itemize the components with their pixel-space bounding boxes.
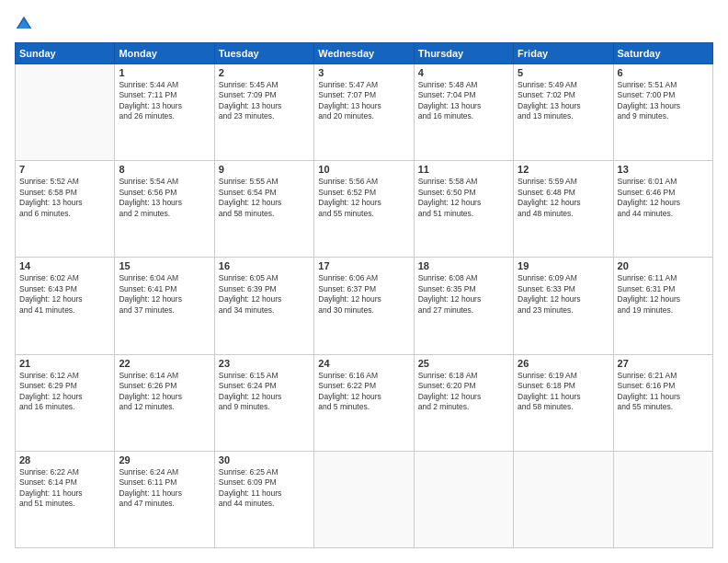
calendar-cell: 6Sunrise: 5:51 AM Sunset: 7:00 PM Daylig… [613, 64, 712, 161]
day-info: Sunrise: 5:54 AM Sunset: 6:56 PM Dayligh… [119, 177, 210, 219]
weekday-header-tuesday: Tuesday [214, 43, 313, 64]
day-info: Sunrise: 6:01 AM Sunset: 6:46 PM Dayligh… [618, 177, 709, 219]
day-info: Sunrise: 6:05 AM Sunset: 6:39 PM Dayligh… [219, 273, 310, 316]
day-number: 19 [518, 260, 609, 271]
weekday-header-monday: Monday [115, 43, 214, 64]
calendar-cell: 7Sunrise: 5:52 AM Sunset: 6:58 PM Daylig… [16, 161, 115, 258]
day-info: Sunrise: 5:44 AM Sunset: 7:11 PM Dayligh… [119, 80, 210, 122]
weekday-header-row: SundayMondayTuesdayWednesdayThursdayFrid… [16, 43, 713, 64]
day-number: 26 [518, 358, 609, 369]
calendar-cell: 25Sunrise: 6:18 AM Sunset: 6:20 PM Dayli… [414, 354, 513, 451]
day-number: 10 [318, 164, 409, 175]
day-number: 22 [119, 358, 210, 369]
calendar-week-2: 7Sunrise: 5:52 AM Sunset: 6:58 PM Daylig… [16, 161, 713, 258]
day-number: 15 [119, 260, 210, 271]
calendar-cell: 22Sunrise: 6:14 AM Sunset: 6:26 PM Dayli… [115, 354, 214, 451]
page: SundayMondayTuesdayWednesdayThursdayFrid… [0, 0, 728, 563]
day-number: 17 [318, 260, 409, 271]
weekday-header-friday: Friday [514, 43, 613, 64]
header [15, 15, 713, 33]
day-number: 5 [518, 67, 609, 78]
day-number: 25 [418, 358, 509, 369]
day-number: 2 [219, 67, 310, 78]
calendar-week-1: 1Sunrise: 5:44 AM Sunset: 7:11 PM Daylig… [16, 64, 713, 161]
calendar-cell: 26Sunrise: 6:19 AM Sunset: 6:18 PM Dayli… [514, 354, 613, 451]
calendar-cell: 3Sunrise: 5:47 AM Sunset: 7:07 PM Daylig… [314, 64, 414, 161]
calendar-cell: 21Sunrise: 6:12 AM Sunset: 6:29 PM Dayli… [16, 354, 115, 451]
day-info: Sunrise: 5:58 AM Sunset: 6:50 PM Dayligh… [418, 177, 509, 219]
day-info: Sunrise: 6:19 AM Sunset: 6:18 PM Dayligh… [518, 371, 609, 413]
calendar-cell: 19Sunrise: 6:09 AM Sunset: 6:33 PM Dayli… [514, 258, 613, 354]
calendar-cell: 9Sunrise: 5:55 AM Sunset: 6:54 PM Daylig… [214, 161, 313, 258]
day-info: Sunrise: 6:21 AM Sunset: 6:16 PM Dayligh… [618, 371, 709, 413]
day-info: Sunrise: 5:48 AM Sunset: 7:04 PM Dayligh… [418, 80, 509, 122]
day-info: Sunrise: 6:16 AM Sunset: 6:22 PM Dayligh… [318, 371, 409, 413]
calendar-cell: 15Sunrise: 6:04 AM Sunset: 6:41 PM Dayli… [115, 258, 214, 354]
logo [15, 15, 37, 33]
calendar-cell: 2Sunrise: 5:45 AM Sunset: 7:09 PM Daylig… [214, 64, 313, 161]
calendar-table: SundayMondayTuesdayWednesdayThursdayFrid… [15, 42, 713, 548]
calendar-cell: 14Sunrise: 6:02 AM Sunset: 6:43 PM Dayli… [16, 258, 115, 354]
day-info: Sunrise: 5:51 AM Sunset: 7:00 PM Dayligh… [618, 80, 709, 122]
calendar-cell: 5Sunrise: 5:49 AM Sunset: 7:02 PM Daylig… [514, 64, 613, 161]
day-number: 3 [318, 67, 409, 78]
day-number: 14 [19, 260, 110, 271]
calendar-cell: 30Sunrise: 6:25 AM Sunset: 6:09 PM Dayli… [214, 451, 313, 547]
day-info: Sunrise: 5:55 AM Sunset: 6:54 PM Dayligh… [219, 177, 310, 219]
day-info: Sunrise: 5:49 AM Sunset: 7:02 PM Dayligh… [518, 80, 609, 122]
day-number: 1 [119, 67, 210, 78]
day-info: Sunrise: 5:59 AM Sunset: 6:48 PM Dayligh… [518, 177, 609, 219]
calendar-cell [613, 451, 712, 547]
calendar-week-4: 21Sunrise: 6:12 AM Sunset: 6:29 PM Dayli… [16, 354, 713, 451]
day-info: Sunrise: 5:56 AM Sunset: 6:52 PM Dayligh… [318, 177, 409, 219]
calendar-cell [514, 451, 613, 547]
calendar-week-5: 28Sunrise: 6:22 AM Sunset: 6:14 PM Dayli… [16, 451, 713, 547]
day-number: 23 [219, 358, 310, 369]
day-info: Sunrise: 6:22 AM Sunset: 6:14 PM Dayligh… [19, 467, 110, 510]
day-info: Sunrise: 6:14 AM Sunset: 6:26 PM Dayligh… [119, 371, 210, 413]
day-info: Sunrise: 6:06 AM Sunset: 6:37 PM Dayligh… [318, 273, 409, 316]
calendar-cell: 16Sunrise: 6:05 AM Sunset: 6:39 PM Dayli… [214, 258, 313, 354]
day-number: 8 [119, 164, 210, 175]
day-number: 24 [318, 358, 409, 369]
calendar-cell: 24Sunrise: 6:16 AM Sunset: 6:22 PM Dayli… [314, 354, 414, 451]
calendar-cell: 23Sunrise: 6:15 AM Sunset: 6:24 PM Dayli… [214, 354, 313, 451]
day-info: Sunrise: 6:09 AM Sunset: 6:33 PM Dayligh… [518, 273, 609, 316]
calendar-cell: 10Sunrise: 5:56 AM Sunset: 6:52 PM Dayli… [314, 161, 414, 258]
weekday-header-sunday: Sunday [16, 43, 115, 64]
weekday-header-thursday: Thursday [414, 43, 513, 64]
calendar-cell: 20Sunrise: 6:11 AM Sunset: 6:31 PM Dayli… [613, 258, 712, 354]
day-number: 27 [618, 358, 709, 369]
calendar-cell: 8Sunrise: 5:54 AM Sunset: 6:56 PM Daylig… [115, 161, 214, 258]
calendar-cell: 12Sunrise: 5:59 AM Sunset: 6:48 PM Dayli… [514, 161, 613, 258]
day-number: 13 [618, 164, 709, 175]
day-info: Sunrise: 6:04 AM Sunset: 6:41 PM Dayligh… [119, 273, 210, 316]
day-number: 7 [19, 164, 110, 175]
calendar-cell: 29Sunrise: 6:24 AM Sunset: 6:11 PM Dayli… [115, 451, 214, 547]
day-info: Sunrise: 6:24 AM Sunset: 6:11 PM Dayligh… [119, 467, 210, 510]
day-info: Sunrise: 6:12 AM Sunset: 6:29 PM Dayligh… [19, 371, 110, 413]
calendar-cell [314, 451, 414, 547]
day-info: Sunrise: 5:45 AM Sunset: 7:09 PM Dayligh… [219, 80, 310, 122]
calendar-cell: 28Sunrise: 6:22 AM Sunset: 6:14 PM Dayli… [16, 451, 115, 547]
calendar-cell [16, 64, 115, 161]
calendar-cell: 11Sunrise: 5:58 AM Sunset: 6:50 PM Dayli… [414, 161, 513, 258]
weekday-header-saturday: Saturday [613, 43, 712, 64]
calendar-cell: 13Sunrise: 6:01 AM Sunset: 6:46 PM Dayli… [613, 161, 712, 258]
logo-icon [15, 15, 33, 33]
day-number: 20 [618, 260, 709, 271]
day-info: Sunrise: 6:18 AM Sunset: 6:20 PM Dayligh… [418, 371, 509, 413]
day-info: Sunrise: 6:08 AM Sunset: 6:35 PM Dayligh… [418, 273, 509, 316]
day-info: Sunrise: 6:02 AM Sunset: 6:43 PM Dayligh… [19, 273, 110, 316]
calendar-week-3: 14Sunrise: 6:02 AM Sunset: 6:43 PM Dayli… [16, 258, 713, 354]
day-info: Sunrise: 6:11 AM Sunset: 6:31 PM Dayligh… [618, 273, 709, 316]
day-info: Sunrise: 5:52 AM Sunset: 6:58 PM Dayligh… [19, 177, 110, 219]
day-number: 18 [418, 260, 509, 271]
calendar-cell: 4Sunrise: 5:48 AM Sunset: 7:04 PM Daylig… [414, 64, 513, 161]
day-number: 29 [119, 454, 210, 465]
day-info: Sunrise: 5:47 AM Sunset: 7:07 PM Dayligh… [318, 80, 409, 122]
day-number: 11 [418, 164, 509, 175]
calendar-cell [414, 451, 513, 547]
calendar-cell: 1Sunrise: 5:44 AM Sunset: 7:11 PM Daylig… [115, 64, 214, 161]
day-number: 21 [19, 358, 110, 369]
